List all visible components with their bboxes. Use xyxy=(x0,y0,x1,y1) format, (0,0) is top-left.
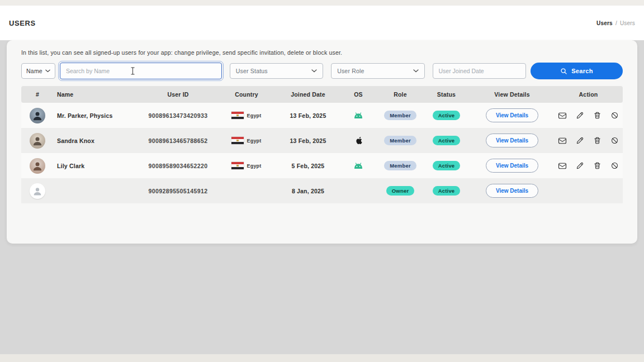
email-icon[interactable] xyxy=(558,111,567,120)
status-badge: Active xyxy=(433,161,461,170)
col-action: Action xyxy=(579,91,598,98)
col-country: Country xyxy=(235,91,258,98)
col-name: Name xyxy=(54,91,73,98)
android-icon xyxy=(353,112,363,119)
joined-date-input[interactable] xyxy=(433,63,526,79)
edit-icon[interactable] xyxy=(576,161,584,170)
egypt-flag-icon xyxy=(231,162,244,169)
chevron-down-icon xyxy=(413,69,419,73)
table-row: 90092895505145912 8 Jan, 2025 Owner Acti… xyxy=(21,178,623,203)
apple-icon xyxy=(355,136,362,145)
col-os: OS xyxy=(354,91,363,98)
country-label: Egypt xyxy=(247,163,261,169)
col-status: Status xyxy=(437,91,456,98)
table-row: Lily Clark 90089589034652220 Egypt 5 Feb… xyxy=(21,153,623,178)
email-icon[interactable] xyxy=(558,136,567,145)
col-index: # xyxy=(36,91,39,98)
app-header: USERS Users / Users xyxy=(0,6,644,40)
col-user-id: User ID xyxy=(167,91,188,98)
table-row: Mr. Parker, Physics 90089613473420933 Eg… xyxy=(21,103,623,128)
role-badge: Member xyxy=(384,111,416,120)
view-details-button[interactable]: View Details xyxy=(486,184,538,198)
user-country: Egypt xyxy=(231,112,261,119)
avatar xyxy=(30,108,45,123)
user-country: Egypt xyxy=(231,137,261,144)
row-actions xyxy=(558,161,619,170)
breadcrumb: Users / Users xyxy=(596,20,635,26)
delete-icon[interactable] xyxy=(593,136,602,145)
search-field-select-value: Name xyxy=(26,68,42,74)
row-actions xyxy=(558,111,619,120)
breadcrumb-separator: / xyxy=(615,20,617,26)
delete-icon[interactable] xyxy=(593,161,602,170)
page-title: USERS xyxy=(9,19,36,27)
search-icon xyxy=(560,68,567,75)
breadcrumb-current: Users xyxy=(620,20,635,26)
users-panel: In this list, you can see all signed-up … xyxy=(7,40,637,244)
status-badge: Active xyxy=(433,186,461,196)
user-id: 90089589034652220 xyxy=(148,163,207,169)
avatar xyxy=(30,133,45,149)
block-icon[interactable] xyxy=(610,111,619,120)
person-icon xyxy=(32,160,43,172)
block-icon[interactable] xyxy=(610,136,619,145)
col-role: Role xyxy=(394,91,407,98)
search-field-select[interactable]: Name xyxy=(21,63,55,79)
user-role-dropdown[interactable]: User Role xyxy=(331,63,424,79)
country-label: Egypt xyxy=(247,113,261,118)
view-details-button[interactable]: View Details xyxy=(486,159,538,173)
filter-bar: Name User Status User Role Search xyxy=(21,63,623,79)
user-id: 90089613465788652 xyxy=(148,137,207,144)
user-name: Lily Clark xyxy=(54,163,84,169)
os-cell xyxy=(355,136,362,145)
row-actions xyxy=(558,136,619,145)
joined-date: 13 Feb, 2025 xyxy=(290,137,326,144)
user-role-dropdown-value: User Role xyxy=(337,68,364,74)
view-details-button[interactable]: View Details xyxy=(486,134,538,147)
email-icon[interactable] xyxy=(558,161,567,170)
role-badge: Member xyxy=(384,161,416,170)
search-input-wrap xyxy=(60,63,222,79)
user-name: Mr. Parker, Physics xyxy=(54,112,113,119)
role-badge: Member xyxy=(384,136,416,145)
breadcrumb-parent[interactable]: Users xyxy=(596,20,613,26)
block-icon[interactable] xyxy=(610,161,619,170)
view-details-button[interactable]: View Details xyxy=(486,108,538,122)
search-button[interactable]: Search xyxy=(531,63,623,79)
search-input[interactable] xyxy=(60,63,222,79)
search-button-label: Search xyxy=(571,68,593,74)
country-label: Egypt xyxy=(247,138,261,144)
delete-icon[interactable] xyxy=(593,111,602,120)
user-name: Sandra Knox xyxy=(54,137,94,144)
os-cell xyxy=(353,112,363,119)
joined-date: 5 Feb, 2025 xyxy=(292,163,325,169)
col-view-details: View Details xyxy=(494,91,530,98)
user-id: 90092895505145912 xyxy=(148,188,207,194)
person-icon xyxy=(32,186,42,196)
user-country: Egypt xyxy=(231,162,261,169)
chevron-down-icon xyxy=(45,69,50,73)
page-top-edge xyxy=(0,0,644,6)
joined-date: 8 Jan, 2025 xyxy=(292,188,324,194)
egypt-flag-icon xyxy=(231,137,244,144)
chevron-down-icon xyxy=(311,69,317,73)
col-joined-date: Joined Date xyxy=(291,91,325,98)
users-table: # Name User ID Country Joined Date OS Ro… xyxy=(21,86,623,203)
egypt-flag-icon xyxy=(231,112,244,119)
joined-date: 13 Feb, 2025 xyxy=(290,112,326,119)
status-badge: Active xyxy=(433,111,461,120)
panel-description: In this list, you can see all signed-up … xyxy=(15,48,629,56)
person-icon xyxy=(32,135,43,146)
edit-icon[interactable] xyxy=(576,136,584,145)
user-status-dropdown[interactable]: User Status xyxy=(230,63,323,79)
os-cell xyxy=(353,163,363,169)
user-status-dropdown-value: User Status xyxy=(236,68,268,74)
page-bottom-edge xyxy=(0,354,644,362)
avatar xyxy=(30,158,45,174)
table-row: Sandra Knox 90089613465788652 Egypt 13 F… xyxy=(21,128,623,153)
role-badge: Owner xyxy=(386,186,415,196)
edit-icon[interactable] xyxy=(576,111,584,120)
user-id: 90089613473420933 xyxy=(148,112,207,119)
avatar xyxy=(30,183,45,199)
status-badge: Active xyxy=(433,136,461,145)
